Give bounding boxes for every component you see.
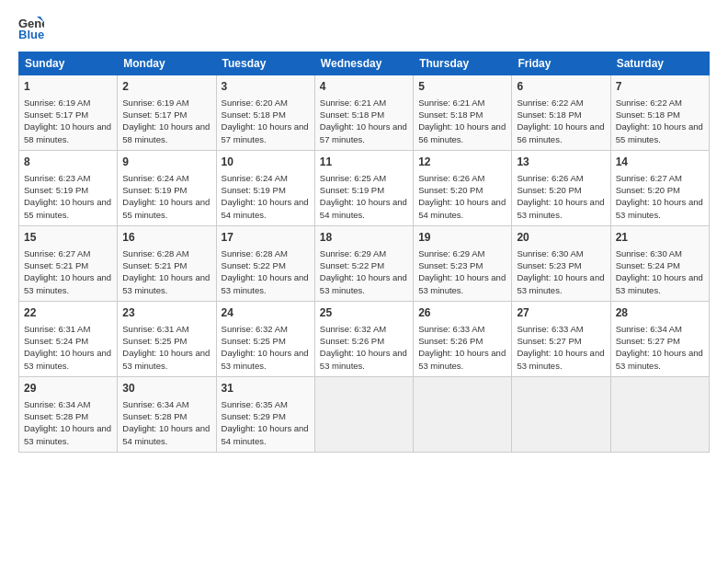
sunset-label: Sunset: 5:20 PM <box>517 185 581 195</box>
sunset-label: Sunset: 5:27 PM <box>616 336 680 346</box>
daylight-label: Daylight: 10 hours and 56 minutes. <box>418 121 506 144</box>
logo-icon: General Blue <box>18 15 44 40</box>
daylight-label: Daylight: 10 hours and 56 minutes. <box>517 121 604 144</box>
daylight-label: Daylight: 10 hours and 53 minutes. <box>517 197 604 219</box>
col-header-sunday: Sunday <box>19 52 118 75</box>
daylight-label: Daylight: 10 hours and 58 minutes. <box>24 121 111 144</box>
calendar-cell: 3 Sunrise: 6:20 AM Sunset: 5:18 PM Dayli… <box>216 75 314 151</box>
daylight-label: Daylight: 10 hours and 54 minutes. <box>122 423 210 445</box>
calendar-cell: 17 Sunrise: 6:28 AM Sunset: 5:22 PM Dayl… <box>216 226 314 302</box>
day-number: 3 <box>222 79 310 95</box>
day-number: 26 <box>418 305 506 321</box>
sunset-label: Sunset: 5:18 PM <box>320 109 384 120</box>
daylight-label: Daylight: 10 hours and 53 minutes. <box>24 272 111 294</box>
day-number: 31 <box>222 381 310 396</box>
calendar-cell: 23 Sunrise: 6:31 AM Sunset: 5:25 PM Dayl… <box>118 302 216 377</box>
sunrise-label: Sunrise: 6:19 AM <box>24 98 90 108</box>
daylight-label: Daylight: 10 hours and 54 minutes. <box>320 197 407 219</box>
sunrise-label: Sunrise: 6:30 AM <box>517 248 583 259</box>
daylight-label: Daylight: 10 hours and 53 minutes. <box>517 348 604 370</box>
sunrise-label: Sunrise: 6:26 AM <box>517 173 583 183</box>
day-number: 12 <box>418 155 506 170</box>
daylight-label: Daylight: 10 hours and 53 minutes. <box>616 272 703 294</box>
sunset-label: Sunset: 5:23 PM <box>418 260 483 270</box>
sunrise-label: Sunrise: 6:30 AM <box>616 248 682 259</box>
day-number: 20 <box>517 230 605 246</box>
sunrise-label: Sunrise: 6:24 AM <box>122 173 188 183</box>
day-number: 21 <box>616 230 704 246</box>
sunset-label: Sunset: 5:19 PM <box>222 185 286 195</box>
col-header-thursday: Thursday <box>414 52 512 75</box>
calendar-cell: 20 Sunrise: 6:30 AM Sunset: 5:23 PM Dayl… <box>512 226 610 302</box>
sunrise-label: Sunrise: 6:28 AM <box>222 248 288 259</box>
logo: General Blue <box>18 15 48 40</box>
sunset-label: Sunset: 5:22 PM <box>222 260 286 270</box>
day-number: 18 <box>320 230 408 246</box>
sunset-label: Sunset: 5:19 PM <box>122 185 187 195</box>
calendar-cell: 27 Sunrise: 6:33 AM Sunset: 5:27 PM Dayl… <box>512 302 610 377</box>
daylight-label: Daylight: 10 hours and 58 minutes. <box>122 121 210 144</box>
daylight-label: Daylight: 10 hours and 54 minutes. <box>222 423 309 445</box>
calendar-cell: 7 Sunrise: 6:22 AM Sunset: 5:18 PM Dayli… <box>610 75 709 151</box>
daylight-label: Daylight: 10 hours and 53 minutes. <box>320 272 407 294</box>
sunset-label: Sunset: 5:22 PM <box>320 260 384 270</box>
day-number: 10 <box>222 155 310 170</box>
sunset-label: Sunset: 5:17 PM <box>24 109 88 120</box>
calendar-cell: 18 Sunrise: 6:29 AM Sunset: 5:22 PM Dayl… <box>314 226 413 302</box>
sunset-label: Sunset: 5:28 PM <box>24 411 88 421</box>
calendar-cell <box>512 377 610 453</box>
day-number: 4 <box>320 79 408 95</box>
day-number: 8 <box>24 155 112 170</box>
calendar-cell: 26 Sunrise: 6:33 AM Sunset: 5:26 PM Dayl… <box>414 302 512 377</box>
daylight-label: Daylight: 10 hours and 53 minutes. <box>418 348 506 370</box>
day-number: 9 <box>122 155 210 170</box>
calendar-cell: 25 Sunrise: 6:32 AM Sunset: 5:26 PM Dayl… <box>314 302 413 377</box>
col-header-saturday: Saturday <box>610 52 709 75</box>
col-header-wednesday: Wednesday <box>314 52 413 75</box>
header-row: SundayMondayTuesdayWednesdayThursdayFrid… <box>19 52 710 75</box>
calendar-cell: 8 Sunrise: 6:23 AM Sunset: 5:19 PM Dayli… <box>19 151 118 226</box>
day-number: 7 <box>616 79 704 95</box>
sunrise-label: Sunrise: 6:34 AM <box>24 399 90 409</box>
daylight-label: Daylight: 10 hours and 53 minutes. <box>122 348 210 370</box>
daylight-label: Daylight: 10 hours and 53 minutes. <box>222 272 309 294</box>
sunrise-label: Sunrise: 6:29 AM <box>418 248 484 259</box>
calendar-week-1: 1 Sunrise: 6:19 AM Sunset: 5:17 PM Dayli… <box>19 75 710 151</box>
sunrise-label: Sunrise: 6:29 AM <box>320 248 386 259</box>
sunrise-label: Sunrise: 6:32 AM <box>222 324 288 334</box>
sunrise-label: Sunrise: 6:21 AM <box>418 98 484 108</box>
daylight-label: Daylight: 10 hours and 57 minutes. <box>320 121 407 144</box>
sunset-label: Sunset: 5:23 PM <box>517 260 581 270</box>
calendar-cell: 24 Sunrise: 6:32 AM Sunset: 5:25 PM Dayl… <box>216 302 314 377</box>
sunset-label: Sunset: 5:27 PM <box>517 336 581 346</box>
sunrise-label: Sunrise: 6:31 AM <box>24 324 90 334</box>
sunset-label: Sunset: 5:20 PM <box>418 185 483 195</box>
day-number: 15 <box>24 230 112 246</box>
daylight-label: Daylight: 10 hours and 53 minutes. <box>418 272 506 294</box>
calendar-cell: 29 Sunrise: 6:34 AM Sunset: 5:28 PM Dayl… <box>19 377 118 453</box>
day-number: 27 <box>517 305 605 321</box>
sunset-label: Sunset: 5:24 PM <box>616 260 680 270</box>
sunset-label: Sunset: 5:19 PM <box>320 185 384 195</box>
daylight-label: Daylight: 10 hours and 53 minutes. <box>122 272 210 294</box>
sunset-label: Sunset: 5:18 PM <box>222 109 286 120</box>
sunset-label: Sunset: 5:18 PM <box>418 109 483 120</box>
sunset-label: Sunset: 5:19 PM <box>24 185 88 195</box>
sunset-label: Sunset: 5:26 PM <box>418 336 483 346</box>
calendar-cell: 2 Sunrise: 6:19 AM Sunset: 5:17 PM Dayli… <box>118 75 216 151</box>
sunset-label: Sunset: 5:21 PM <box>24 260 88 270</box>
sunset-label: Sunset: 5:24 PM <box>24 336 88 346</box>
daylight-label: Daylight: 10 hours and 54 minutes. <box>418 197 506 219</box>
sunset-label: Sunset: 5:25 PM <box>222 336 286 346</box>
sunrise-label: Sunrise: 6:35 AM <box>222 399 288 409</box>
sunrise-label: Sunrise: 6:32 AM <box>320 324 386 334</box>
sunrise-label: Sunrise: 6:22 AM <box>517 98 583 108</box>
day-number: 6 <box>517 79 605 95</box>
sunrise-label: Sunrise: 6:25 AM <box>320 173 386 183</box>
daylight-label: Daylight: 10 hours and 55 minutes. <box>616 121 703 144</box>
sunrise-label: Sunrise: 6:20 AM <box>222 98 288 108</box>
calendar-week-5: 29 Sunrise: 6:34 AM Sunset: 5:28 PM Dayl… <box>19 377 710 453</box>
sunset-label: Sunset: 5:21 PM <box>122 260 187 270</box>
calendar-cell: 15 Sunrise: 6:27 AM Sunset: 5:21 PM Dayl… <box>19 226 118 302</box>
sunrise-label: Sunrise: 6:27 AM <box>616 173 682 183</box>
